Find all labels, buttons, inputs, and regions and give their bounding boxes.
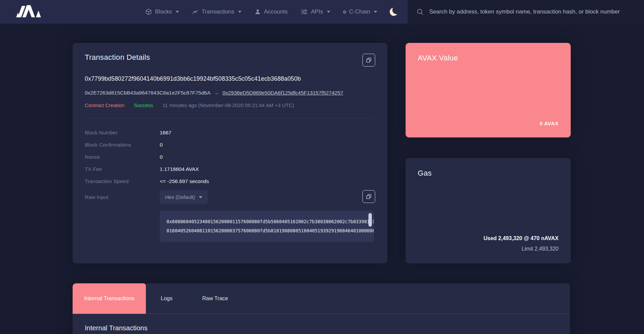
scrollbar-thumb[interactable] (368, 213, 372, 227)
chevron-down-icon (238, 11, 241, 13)
internal-transactions-heading: Internal Transactions (85, 324, 558, 332)
avalanche-logo[interactable] (0, 0, 68, 24)
raw-input-format-value: Hex (Default) (165, 194, 195, 200)
moon-icon (389, 7, 398, 17)
raw-input-line-2: 0160405260408110156200003757600080fd5b81… (166, 226, 362, 235)
nav-label-transactions: Transactions (202, 8, 234, 15)
main-navigation: Blocks Transactions Accounts (145, 0, 377, 24)
divider (85, 118, 375, 119)
field-row-tx-fee: TX Fee 1.1718604 AVAX (85, 163, 375, 175)
nav-label-blocks: Blocks (155, 8, 172, 15)
person-icon (254, 8, 261, 15)
transaction-route: 0x2E7263d815CbB43a9647843C8a1e2F5c87F75d… (85, 90, 375, 96)
raw-input-label: Raw Input (85, 190, 160, 242)
transaction-hash: 0x7799bd580272f9604140b6991d3bb6c19924bf… (85, 75, 375, 82)
transaction-details-card: Transaction Details 0x7799bd580272f96041… (73, 43, 387, 263)
field-label: Nonce (85, 154, 160, 160)
gas-title: Gas (418, 169, 559, 178)
tab-bar: Internal Transactions Logs Raw Trace (73, 283, 570, 314)
gas-card: Gas Used 2,493,320 @ 470 nAVAX Limit 2,4… (406, 158, 571, 263)
main-content: Transaction Details 0x7799bd580272f96041… (0, 24, 644, 334)
field-row-transaction-speed: Transaction Speed <= -256.697 seconds (85, 175, 375, 187)
nav-item-chain-selector[interactable]: C-Chain (343, 8, 377, 15)
search-icon (416, 8, 424, 16)
field-label: Block Number (85, 130, 160, 136)
avax-value-card: AVAX Value 0 AVAX (406, 43, 571, 137)
field-row-block-confirmations: Block Confirmations 0 (85, 139, 375, 151)
field-value: 0 (160, 142, 163, 148)
transaction-tabs-section: Internal Transactions Logs Raw Trace Int… (73, 283, 570, 334)
field-label: Block Confirmations (85, 142, 160, 148)
gas-used: Used 2,493,320 @ 470 nAVAX (484, 235, 559, 241)
transaction-badges: Contract Creation Success 11 minutes ago… (85, 102, 375, 108)
transfer-arrows-icon (192, 8, 199, 15)
right-column: AVAX Value 0 AVAX Gas Used 2,493,320 @ 4… (406, 43, 571, 263)
to-address-link[interactable]: 0x2938eD5D869e50DA6f125dfc45F13157f52742… (223, 90, 343, 96)
search-input[interactable] (429, 8, 635, 15)
chevron-down-icon (176, 11, 179, 13)
avax-value-amount: 0 AVAX (540, 121, 559, 127)
nav-label-apis: APIs (311, 8, 323, 15)
field-label: TX Fee (85, 166, 160, 172)
chevron-down-icon (327, 11, 330, 13)
tab-internal-transactions[interactable]: Internal Transactions (73, 283, 146, 314)
chevron-down-icon (199, 196, 202, 198)
copy-raw-input-button[interactable] (362, 190, 375, 203)
raw-input-row: Raw Input Hex (Default) 0x60806040523480… (85, 190, 375, 242)
transaction-fields: Block Number 1667 Block Confirmations 0 … (85, 127, 375, 187)
nav-item-blocks[interactable]: Blocks (145, 8, 179, 15)
raw-input-format-dropdown[interactable]: Hex (Default) (160, 190, 208, 204)
sliders-icon (301, 8, 308, 15)
copy-transaction-button[interactable] (362, 54, 375, 67)
theme-toggle-button[interactable] (386, 0, 402, 24)
nav-label-c-chain: C-Chain (349, 8, 370, 15)
field-row-block-number: Block Number 1667 (85, 127, 375, 139)
chevron-down-icon (374, 11, 377, 13)
status-badge: Success (134, 102, 153, 108)
nav-item-accounts[interactable]: Accounts (254, 8, 288, 15)
field-label: Transaction Speed (85, 178, 160, 184)
nav-item-apis[interactable]: APIs (301, 8, 330, 15)
timestamp: 11 minutes ago (November-08-2020 05:21:4… (162, 102, 294, 108)
tab-raw-trace[interactable]: Raw Trace (187, 283, 243, 314)
field-value: <= -256.697 seconds (160, 178, 209, 184)
raw-input-line-1: 0x60806040523480156200001157600080fd5b50… (166, 217, 362, 226)
transaction-type-badge: Contract Creation (85, 102, 125, 108)
copy-icon (366, 57, 372, 63)
tab-logs[interactable]: Logs (146, 283, 187, 314)
field-value: 0 (160, 154, 163, 160)
from-address: 0x2E7263d815CbB43a9647843C8a1e2F5c87F75d… (85, 90, 210, 96)
nav-label-accounts: Accounts (264, 8, 288, 15)
search-bar (408, 0, 644, 24)
avalanche-logo-icon (14, 4, 44, 20)
transaction-details-title: Transaction Details (85, 53, 375, 62)
field-value: 1.1718604 AVAX (160, 166, 199, 172)
raw-input-data: 0x60806040523480156200001157600080fd5b50… (160, 211, 374, 242)
field-row-nonce: Nonce 0 (85, 151, 375, 163)
chain-dot-icon (343, 10, 346, 14)
avax-value-title: AVAX Value (418, 54, 559, 62)
field-value: 1667 (160, 130, 171, 136)
route-arrow-icon: → (214, 90, 219, 96)
gas-limit: Limit 2,493,320 (484, 246, 559, 252)
code-scrollbar[interactable] (368, 213, 372, 239)
copy-icon (366, 194, 372, 200)
cube-icon (145, 8, 152, 15)
top-navbar: Blocks Transactions Accounts (0, 0, 644, 24)
nav-item-transactions[interactable]: Transactions (192, 8, 241, 15)
